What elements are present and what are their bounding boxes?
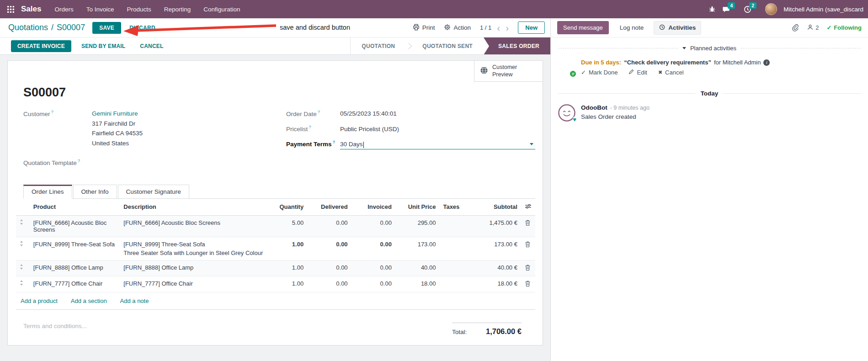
optional-columns-icon[interactable] [521,199,535,216]
payment-terms-input[interactable]: 30 Days [340,141,535,149]
menu-reporting[interactable]: Reporting [158,1,197,17]
messages-icon[interactable]: 4 [722,5,737,13]
delete-line-icon[interactable] [525,280,531,287]
menu-products[interactable]: Products [121,1,157,17]
column-taxes[interactable]: Taxes [439,199,471,216]
edit-activity-button[interactable]: Edit [628,69,647,76]
attachments-icon[interactable] [791,24,799,32]
customer-preview-label: Customer Preview [492,64,524,78]
pager-next-icon[interactable] [506,23,509,32]
app-name[interactable]: Sales [21,5,41,14]
line-quantity: 1.00 [292,241,304,248]
customer-field-value[interactable]: Gemini Furniture 317 Fairchild Dr Fairfi… [92,109,143,148]
drag-handle-icon[interactable] [20,280,23,286]
pricelist-field-value[interactable]: Public Pricelist (USD) [340,124,399,134]
info-icon[interactable] [763,59,770,66]
stage-quotation[interactable]: QUOTATION [351,37,406,54]
drag-handle-icon[interactable] [20,219,23,225]
stage-quotation-sent[interactable]: QUOTATION SENT [411,37,484,54]
new-button[interactable]: New [518,21,545,34]
following-button[interactable]: Following [826,24,862,31]
tab-customer-signature[interactable]: Customer Signature [118,185,189,199]
customer-link[interactable]: Gemini Furniture [92,109,143,119]
activities-clock-icon[interactable]: 2 [744,5,759,13]
chatter-body: Planned activities Due in 5 days: “Check… [551,37,868,122]
schedule-activity-button[interactable]: Activities [654,21,701,35]
menu-to-invoice[interactable]: To Invoice [80,1,120,17]
dropdown-caret-icon[interactable] [530,143,533,145]
line-invoiced: 0.00 [380,264,392,271]
user-avatar[interactable] [765,3,777,15]
user-menu[interactable]: Mitchell Admin (save_discard [783,6,863,13]
message-author[interactable]: OdooBot [581,104,607,111]
line-subtotal: 1,475.00 € [489,219,517,226]
collapse-caret-icon [682,47,686,49]
line-description: [FURN_6666] Acoustic Bloc Screens [123,219,220,226]
order-line-row[interactable]: [FURN_6666] Acoustic Bloc Screens [FURN_… [16,215,535,237]
breadcrumb-separator: / [51,23,53,32]
breadcrumb-quotations[interactable]: Quotations [8,23,48,32]
stage-sales-order[interactable]: SALES ORDER [484,37,550,54]
print-button[interactable]: Print [413,24,435,32]
tab-order-lines[interactable]: Order Lines [23,185,72,199]
add-a-product-link[interactable]: Add a product [21,297,58,304]
column-quantity[interactable]: Quantity [268,199,308,216]
delete-line-icon[interactable] [525,241,531,248]
delete-line-icon[interactable] [525,219,531,226]
column-description[interactable]: Description [120,199,268,216]
terms-and-conditions-placeholder[interactable]: Terms and conditions... [23,323,452,329]
pager-previous-icon[interactable] [497,23,500,32]
discard-button[interactable]: DISCARD [125,22,160,34]
drag-handle-icon[interactable] [20,241,23,246]
activity-avatar [558,59,575,76]
save-button[interactable]: SAVE [92,22,121,34]
order-date-field-value[interactable]: 05/25/2023 15:40:01 [340,109,397,119]
form-content-area: Customer Preview S00007 Customer? Gemini… [0,55,550,361]
send-by-email-button[interactable]: SEND BY EMAIL [77,40,130,52]
cancel-activity-button[interactable]: Cancel [658,69,684,76]
column-delivered[interactable]: Delivered [307,199,351,216]
menu-configuration[interactable]: Configuration [197,1,246,17]
pricelist-field-label: Pricelist? [286,124,340,133]
customer-address-line: Fairfield CA 94535 [92,128,143,138]
column-subtotal[interactable]: Subtotal [471,199,521,216]
statusbar-row: CREATE INVOICE SEND BY EMAIL CANCEL QUOT… [0,37,550,55]
top-menu: Orders To Invoice Products Reporting Con… [48,1,246,17]
systray: 4 2 Mitchell Admin (save_discard [708,3,863,15]
log-note-button[interactable]: Log note [617,24,647,32]
notebook-tabs: Order Lines Other Info Customer Signatur… [23,185,535,199]
delete-line-icon[interactable] [525,264,531,271]
mark-done-button[interactable]: Mark Done [581,69,618,76]
line-product: [FURN_8999] Three-Seat Sofa [33,241,115,248]
column-unit-price[interactable]: Unit Price [395,199,440,216]
help-icon: ? [51,109,53,114]
clock-icon [659,24,665,32]
tab-other-info[interactable]: Other Info [73,185,117,199]
cancel-button[interactable]: CANCEL [135,40,168,52]
customer-preview-button[interactable]: Customer Preview [474,61,543,82]
planned-activities-divider[interactable]: Planned activities [558,45,861,52]
help-icon: ? [78,158,80,163]
message-timestamp: - 9 minutes ago [610,105,650,111]
order-line-row[interactable]: [FURN_8999] Three-Seat Sofa [FURN_8999] … [16,237,535,260]
column-invoiced[interactable]: Invoiced [351,199,395,216]
order-line-row[interactable]: [FURN_8888] Office Lamp [FURN_8888] Offi… [16,260,535,276]
column-product[interactable]: Product [30,199,120,216]
menu-orders[interactable]: Orders [48,1,79,17]
drag-column-header [16,199,30,216]
gear-icon [444,24,451,32]
bug-icon[interactable] [708,5,716,13]
action-menu-button[interactable]: Action [444,24,471,32]
create-invoice-button[interactable]: CREATE INVOICE [11,40,71,52]
followers-button[interactable]: 2 [807,24,819,32]
activity-due-label: Due in 5 days: [581,59,621,66]
send-message-button[interactable]: Send message [557,21,609,34]
add-a-note-link[interactable]: Add a note [120,297,149,304]
order-line-row[interactable]: [FURN_7777] Office Chair [FURN_7777] Off… [16,276,535,292]
activity-assignee: for Mitchell Admin [714,59,761,66]
activity-type-badge-icon [569,70,577,78]
apps-grid-icon[interactable] [5,3,16,15]
add-a-section-link[interactable]: Add a section [71,297,107,304]
help-icon: ? [309,124,311,129]
drag-handle-icon[interactable] [20,264,23,270]
